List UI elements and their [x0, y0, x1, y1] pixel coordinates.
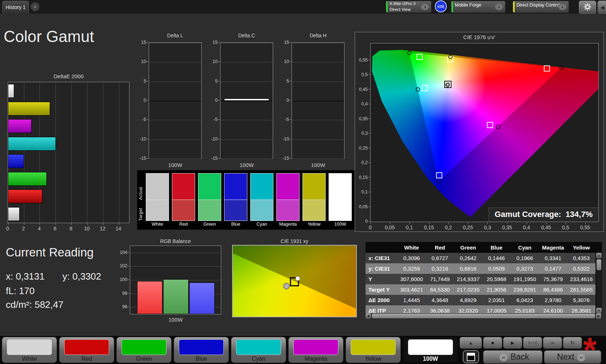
table-row: x: CIE310,30960,67270,26420,14460,19660,…: [366, 253, 595, 263]
cie1976-y-tick: [368, 104, 370, 104]
delta-y-label: -5: [214, 117, 218, 122]
display-control-status-stripe: [513, 1, 515, 12]
collapse-panel-button[interactable]: ◀: [597, 0, 606, 14]
cie1931-measured-marker: [283, 283, 290, 289]
table-cell: 0,6727: [426, 255, 454, 261]
delta-y-tick: [218, 42, 220, 43]
continuous-button[interactable]: ∞: [543, 337, 562, 349]
deltae-bar-cyan: [8, 137, 56, 151]
display-control-dropdown[interactable]: Direct Display Control ▼: [512, 1, 569, 13]
pattern-button-cyan[interactable]: Cyan: [231, 337, 286, 363]
table-cell: 0,1477: [539, 265, 567, 272]
cie1976-x-tick: [585, 222, 586, 224]
table-scroll-left-button[interactable]: ◀: [366, 313, 371, 319]
deltae-axis-label: 0: [6, 226, 9, 231]
pattern-window-icon: [467, 353, 475, 361]
table-cell: 6,0423: [511, 297, 539, 303]
table-cell: 86,4386: [539, 286, 567, 293]
stop-button[interactable]: ■: [483, 337, 502, 349]
add-tab-button[interactable]: +: [30, 2, 40, 11]
meter-dropdown-label: X-Rite i1Pro 3 Direct View: [389, 1, 416, 12]
table-cell: 214,9337: [454, 276, 482, 282]
measured-marker-cyan: [416, 87, 420, 92]
play-icon: ▶: [511, 340, 515, 346]
table-hscroll-thumb[interactable]: [372, 314, 595, 318]
table-cell: 5,3076: [567, 297, 595, 303]
delta-y-tick: [218, 158, 220, 159]
swatch-actual: [250, 173, 273, 200]
refresh-icon: ↻: [570, 340, 574, 346]
pattern-button-blue[interactable]: Blue: [174, 337, 229, 363]
pattern-swatch: [179, 339, 224, 355]
table-cell: 64,5330: [426, 286, 454, 293]
table-row-header: x: CIE31: [366, 255, 397, 261]
table-cell: 0,1966: [511, 255, 539, 261]
table-cell: 0,3259: [397, 265, 426, 272]
refresh-button[interactable]: ↻: [563, 337, 582, 349]
delta-gridline: [149, 159, 201, 159]
delta-gridline: [292, 81, 344, 82]
pattern-window-button[interactable]: [463, 350, 479, 363]
chevron-down-icon: ▼: [421, 4, 429, 11]
actual-row-label: Actual: [138, 177, 143, 200]
pattern-button-red[interactable]: Red: [59, 337, 114, 363]
pattern-button-white[interactable]: White: [2, 337, 57, 363]
cie1976-title: CIE 1976 u'v': [355, 34, 603, 40]
delta-gridline: [220, 43, 273, 43]
target-row-label: Target: [138, 202, 143, 221]
cie1976-x-label: 0,15: [424, 225, 434, 230]
pattern-up-button[interactable]: ▲: [459, 337, 482, 349]
pattern-button-label: Magenta: [289, 356, 343, 362]
cie1976-y-label: 0,25: [359, 146, 368, 151]
meter-dropdown[interactable]: X-Rite i1Pro 3 Direct View ▼: [386, 1, 432, 13]
table-cell: 4,3648: [426, 297, 454, 303]
rgb-y-tick: [128, 266, 129, 266]
swatch-label: Green: [198, 222, 221, 227]
cie1976-y-label: 0,5: [362, 72, 368, 77]
table-cell: 0,5322: [567, 265, 595, 272]
delta-gridline: [220, 139, 273, 140]
meter-count-badge: 698: [435, 0, 447, 12]
table-vscroll-thumb[interactable]: [597, 259, 601, 270]
delta-y-tick: [289, 100, 291, 101]
deltae-plot: [8, 82, 129, 223]
delta-chart-title: Delta L: [149, 33, 202, 38]
pattern-button-magenta[interactable]: Magenta: [288, 337, 343, 363]
cie1931-title: CIE 1931 xy: [232, 238, 357, 244]
tab-history-1[interactable]: History 1: [2, 1, 29, 13]
swatch-column-green: [198, 173, 221, 221]
interval-button[interactable]: ⊢⊣: [523, 337, 542, 349]
delta-gridline: [149, 120, 201, 120]
table-cell: 233,4616: [567, 276, 595, 282]
rgb-balance-plot: [130, 246, 221, 314]
swatch-label: Blue: [224, 222, 247, 227]
delta-y-tick: [218, 62, 220, 62]
table-scroll-up-button[interactable]: ▲: [596, 253, 602, 258]
delta-y-tick: [289, 120, 291, 120]
pattern-button-yellow[interactable]: Yellow: [346, 337, 401, 363]
table-scroll-right-button[interactable]: ▶: [596, 313, 601, 319]
cie1976-y-label: 0: [365, 219, 368, 224]
settings-button[interactable]: [578, 0, 597, 14]
pattern-button-100w[interactable]: 100W: [403, 337, 458, 363]
table-row-header: y: CIE31: [366, 265, 397, 272]
table-row: Target Y303,462164,5330217,023521,905623…: [366, 284, 595, 295]
cie1976-x-label: 0,1: [406, 225, 413, 230]
page-title: Color Gamut: [4, 28, 94, 46]
back-button[interactable]: « Back: [483, 350, 543, 364]
swatch-label: 100W: [329, 222, 352, 227]
cie1976-x-tick: [390, 222, 390, 224]
pattern-swatch: [293, 339, 338, 355]
deltae-gridline: [71, 82, 72, 223]
table-scroll-down-button[interactable]: ▼: [596, 308, 602, 313]
target-marker-green: [416, 54, 422, 60]
workflow-dropdown[interactable]: Mobile Forge ▼: [451, 1, 506, 13]
pattern-button-green[interactable]: Green: [116, 337, 172, 363]
pattern-swatch: [408, 339, 453, 355]
alert-asterisk-icon: *: [583, 332, 597, 364]
delta-gridline: [220, 101, 273, 101]
play-button[interactable]: ▶: [503, 337, 522, 349]
measured-marker-green: [407, 51, 412, 55]
rgb-gridline: [130, 253, 221, 253]
table-cell: 75,3679: [539, 276, 567, 282]
